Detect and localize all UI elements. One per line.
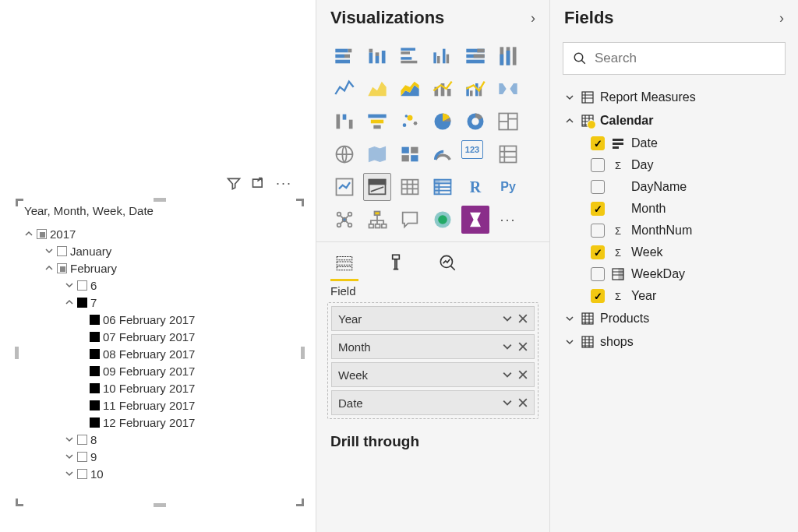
checkbox[interactable]: [591, 158, 605, 172]
checkbox[interactable]: [591, 180, 605, 194]
chevron-down-icon[interactable]: [503, 370, 512, 379]
waterfall-chart-icon[interactable]: [330, 107, 358, 136]
area-chart-icon[interactable]: [363, 75, 391, 103]
more-options-icon[interactable]: ···: [276, 175, 292, 192]
resize-handle[interactable]: [296, 499, 304, 506]
chevron-down-icon[interactable]: [564, 337, 575, 347]
resize-handle[interactable]: [16, 199, 23, 206]
remove-icon[interactable]: [518, 314, 528, 323]
slicer-visual[interactable]: Year, Month, Week, Date 2017 January Feb…: [16, 199, 304, 506]
checkbox-checked[interactable]: [591, 136, 605, 150]
tree-row-week[interactable]: 9: [21, 448, 298, 465]
field-wells[interactable]: Year Month Week Date: [327, 302, 538, 419]
table-products[interactable]: Products: [556, 307, 792, 330]
tree-row-date[interactable]: 06 February 2017: [21, 311, 298, 328]
tree-row-date[interactable]: 12 February 2017: [21, 414, 298, 431]
card-icon[interactable]: 123: [461, 140, 483, 159]
resize-handle[interactable]: [296, 199, 304, 206]
collapse-pane-icon[interactable]: ›: [779, 10, 784, 26]
field-monthnum[interactable]: Σ MonthNum: [556, 220, 792, 241]
donut-chart-icon[interactable]: [461, 107, 489, 136]
tree-row-date[interactable]: 07 February 2017: [21, 328, 298, 345]
checkbox-checked[interactable]: [90, 332, 100, 342]
chevron-down-icon[interactable]: [44, 246, 54, 255]
hundred-stacked-column-icon[interactable]: [494, 42, 522, 70]
filled-map-icon[interactable]: [363, 140, 391, 168]
checkbox[interactable]: [57, 246, 67, 256]
table-icon[interactable]: [396, 173, 424, 201]
resize-handle[interactable]: [16, 499, 23, 506]
chevron-down-icon[interactable]: [564, 93, 575, 102]
remove-icon[interactable]: [518, 370, 528, 379]
resize-handle[interactable]: [15, 347, 19, 359]
checkbox-partial[interactable]: [37, 229, 47, 239]
chevron-down-icon[interactable]: [65, 469, 74, 478]
search-box[interactable]: [563, 42, 786, 75]
format-tab-icon[interactable]: [382, 248, 410, 277]
focus-mode-icon[interactable]: [251, 176, 267, 192]
checkbox[interactable]: [77, 452, 87, 462]
analytics-tab-icon[interactable]: [433, 248, 461, 277]
table-calendar[interactable]: Calendar: [556, 109, 792, 132]
checkbox-checked[interactable]: [90, 315, 100, 325]
fields-tab-icon[interactable]: [330, 248, 358, 277]
tree-row-week[interactable]: 10: [21, 465, 298, 482]
field-date[interactable]: Date: [556, 132, 792, 154]
checkbox[interactable]: [77, 435, 87, 445]
slicer-icon[interactable]: [363, 173, 391, 201]
key-influencers-icon[interactable]: [330, 206, 358, 234]
r-visual-icon[interactable]: R: [461, 173, 489, 201]
powerapps-icon[interactable]: [461, 206, 489, 234]
field-well-item[interactable]: Week: [331, 362, 535, 387]
checkbox-checked[interactable]: [591, 202, 605, 216]
tree-row-week[interactable]: 6: [21, 277, 298, 294]
remove-icon[interactable]: [518, 342, 528, 351]
checkbox-checked[interactable]: [77, 298, 87, 308]
hundred-stacked-bar-icon[interactable]: [461, 42, 489, 70]
checkbox-checked[interactable]: [90, 349, 100, 359]
filter-icon[interactable]: [226, 176, 242, 192]
clustered-bar-chart-icon[interactable]: [396, 42, 424, 70]
line-chart-icon[interactable]: [330, 75, 358, 103]
ribbon-chart-icon[interactable]: [494, 75, 522, 103]
resize-handle[interactable]: [154, 198, 166, 202]
checkbox[interactable]: [77, 469, 87, 479]
stacked-column-chart-icon[interactable]: [363, 42, 391, 70]
field-day[interactable]: Σ Day: [556, 154, 792, 176]
chevron-up-icon[interactable]: [65, 298, 74, 307]
checkbox-partial[interactable]: [57, 263, 67, 273]
chevron-down-icon[interactable]: [65, 452, 74, 461]
checkbox-checked[interactable]: [90, 366, 100, 376]
more-visuals-icon[interactable]: ···: [494, 206, 522, 234]
field-weekday[interactable]: WeekDay: [556, 263, 792, 285]
checkbox-checked[interactable]: [90, 417, 100, 428]
gauge-icon[interactable]: [429, 140, 457, 168]
chevron-up-icon[interactable]: [44, 263, 54, 273]
resize-handle[interactable]: [154, 503, 166, 507]
chevron-down-icon[interactable]: [65, 435, 74, 444]
collapse-pane-icon[interactable]: ›: [531, 10, 535, 26]
checkbox-checked[interactable]: [90, 400, 100, 410]
resize-handle[interactable]: [301, 347, 305, 359]
treemap-icon[interactable]: [494, 107, 522, 136]
table-report-measures[interactable]: Report Measures: [556, 86, 792, 109]
field-month[interactable]: Month: [556, 198, 792, 220]
tree-row-date[interactable]: 11 February 2017: [21, 396, 298, 414]
shape-map-icon[interactable]: [396, 140, 424, 168]
field-well-item[interactable]: Date: [331, 390, 535, 415]
field-well-item[interactable]: Year: [331, 306, 535, 331]
table-shops[interactable]: shops: [556, 330, 792, 354]
arcgis-icon[interactable]: [429, 206, 457, 234]
field-week[interactable]: Σ Week: [556, 241, 792, 263]
search-input[interactable]: [595, 51, 775, 66]
line-stacked-column-icon[interactable]: [429, 75, 457, 103]
tree-row-date[interactable]: 10 February 2017: [21, 379, 298, 396]
tree-row-year[interactable]: 2017: [21, 225, 298, 242]
report-canvas[interactable]: ··· Year, Month, Week, Date 2017 January: [0, 0, 316, 532]
stacked-bar-chart-icon[interactable]: [330, 42, 358, 70]
checkbox[interactable]: [591, 267, 605, 281]
checkbox[interactable]: [77, 280, 87, 291]
tree-row-month[interactable]: February: [21, 259, 298, 277]
checkbox[interactable]: [591, 224, 605, 238]
tree-row-month[interactable]: January: [21, 242, 298, 259]
